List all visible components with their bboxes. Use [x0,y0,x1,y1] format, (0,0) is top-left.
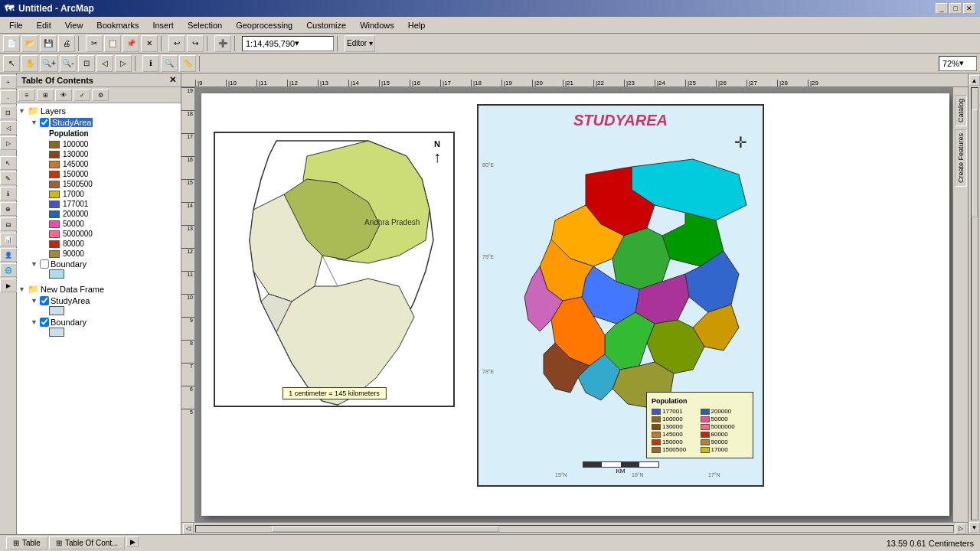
table-tab[interactable]: ⊞ Table [6,536,47,549]
save-button[interactable]: 💾 [40,35,57,52]
scroll-up-btn[interactable]: ▲ [969,75,980,86]
catalog-tab[interactable]: Catalog [955,95,967,126]
layers-group[interactable]: ▼ 📁 Layers [18,105,179,117]
menu-selection[interactable]: Selection [181,19,228,31]
boundary-expand[interactable]: ▼ [31,260,38,268]
legend-50000: 50000 [49,219,179,229]
fwd-small[interactable]: ▷ [0,136,17,150]
horizontal-scrollbar[interactable]: ◁ ▷ [181,522,968,534]
scroll-down-btn[interactable]: ▼ [969,522,980,533]
open-button[interactable]: 📂 [21,35,38,52]
studyarea-layer[interactable]: ▼ StudyArea [31,117,179,128]
print-button[interactable]: 🖨 [58,35,75,52]
leg-color-150000 [652,439,661,445]
zoom-in-small[interactable]: + [0,75,17,89]
new-data-frame[interactable]: ▼ 📁 New Data Frame [18,283,179,295]
scroll-thumb-h[interactable] [272,526,499,532]
zoom-out-tool[interactable]: 🔍- [60,55,77,72]
menu-bookmarks[interactable]: Bookmarks [90,19,145,31]
toc-tab[interactable]: ⊞ Table Of Cont... [49,536,125,549]
menu-customize[interactable]: Customize [300,19,352,31]
minimize-button[interactable]: _ [936,3,948,14]
tool6[interactable]: 📊 [0,233,17,246]
scroll-track-v[interactable] [971,87,978,520]
studyarea-label[interactable]: StudyArea [51,118,93,127]
tool8[interactable]: 🌐 [0,263,17,277]
ndf-boundary-checkbox[interactable] [40,318,49,327]
full-extent-tool[interactable]: ⊡ [78,55,95,72]
copy-button[interactable]: 📋 [104,35,121,52]
scale-dropdown[interactable]: 1:14,495,790▾ [242,36,334,51]
zoom-dropdown[interactable]: 72%▾ [939,56,977,71]
editor-button[interactable]: Editor ▾ [345,35,375,52]
back-extent-tool[interactable]: ◁ [96,55,113,72]
create-features-tab[interactable]: Create Features [955,129,967,187]
scroll-left-btn[interactable]: ◁ [183,523,194,534]
zoom-in-tool[interactable]: 🔍+ [40,55,58,72]
ndf-studyarea-expand[interactable]: ▼ [31,297,38,305]
identify-tool[interactable]: ℹ [142,55,159,72]
scroll-thumb-v[interactable] [972,109,978,217]
ndf-boundary-expand[interactable]: ▼ [31,318,38,326]
scroll-right-btn[interactable]: ▷ [956,523,966,534]
map-canvas[interactable]: SOUTH INDIA N ↑ [195,87,968,522]
tool9[interactable]: ▶ [0,279,17,292]
ruler-mark-left: 10 [181,294,194,317]
search-small[interactable]: ⊕ [0,202,17,216]
new-data-frame-expand[interactable]: ▼ [18,285,26,293]
full-ext-small[interactable]: ⊡ [0,106,17,119]
ndf-boundary-layer[interactable]: ▼ Boundary [31,317,179,328]
vertical-scrollbar[interactable]: ▲ ▼ [968,73,980,534]
pan-tool[interactable]: ✋ [21,55,38,72]
toc-list-by-selection[interactable]: ✓ [74,89,90,101]
edit-small[interactable]: ✎ [0,171,17,185]
studyarea-expand[interactable]: ▼ [31,119,38,126]
south-india-svg: Andhra Pradesh [215,133,455,407]
redo-button[interactable]: ↪ [187,35,204,52]
menu-help[interactable]: Help [402,19,432,31]
ndf-studyarea-checkbox[interactable] [40,296,49,305]
paste-button[interactable]: 📌 [122,35,139,52]
select-small[interactable]: ↖ [0,156,17,170]
boundary-checkbox[interactable] [40,259,49,269]
tool5[interactable]: 🗂 [0,217,17,231]
measure-tool[interactable]: 📏 [179,55,196,72]
title-bar-controls: _ □ ✕ [936,3,975,14]
toc-list-by-visibility[interactable]: 👁 [55,89,72,101]
tool7[interactable]: 👤 [0,248,17,262]
back-small[interactable]: ◁ [0,121,17,135]
sb4 [639,462,658,467]
toc-body: ▼ 📁 Layers ▼ StudyArea Population 100000 [17,103,181,534]
boundary-layer[interactable]: ▼ Boundary [31,259,179,269]
identify-small[interactable]: ℹ [0,187,17,201]
toc-list-by-drawing-order[interactable]: ≡ [18,89,35,101]
ruler-mark-left: 14 [181,202,194,225]
menu-edit[interactable]: Edit [31,19,57,31]
tab-expand-btn[interactable]: ▶ [126,536,139,547]
layers-expand-icon[interactable]: ▼ [18,107,26,115]
menu-insert[interactable]: Insert [146,19,180,31]
select-tool[interactable]: ↖ [3,55,20,72]
scroll-track-h[interactable] [195,525,954,533]
maximize-button[interactable]: □ [949,3,962,14]
toc-list-by-source[interactable]: ⊞ [37,89,54,101]
zoom-out-small[interactable]: - [0,90,17,104]
delete-button[interactable]: ✕ [141,35,158,52]
toc-options[interactable]: ⚙ [92,89,109,101]
menu-view[interactable]: View [59,19,90,31]
ndf-studyarea-layer[interactable]: ▼ StudyArea [31,295,179,306]
fwd-extent-tool[interactable]: ▷ [115,55,132,72]
toc-close[interactable]: ✕ [169,75,176,85]
cut-button[interactable]: ✂ [86,35,103,52]
scale-text: 1 centimeter = 145 kilometers [289,390,379,397]
undo-button[interactable]: ↩ [168,35,185,52]
menu-file[interactable]: File [3,19,29,31]
add-data-button[interactable]: ➕ [214,35,231,52]
new-button[interactable]: 📄 [3,35,20,52]
menu-windows[interactable]: Windows [354,19,400,31]
close-button[interactable]: ✕ [963,3,975,14]
map-container: |9 |10 |11 |12 |13 |14 |15 |16 |17 |18 |… [181,73,968,534]
find-tool[interactable]: 🔍 [161,55,178,72]
studyarea-checkbox[interactable] [40,118,49,127]
menu-geoprocessing[interactable]: Geoprocessing [230,19,299,31]
